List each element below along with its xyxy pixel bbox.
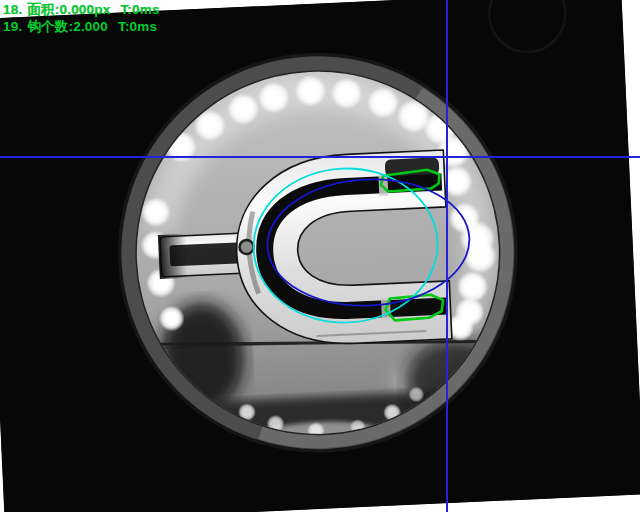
camera-scene — [0, 0, 640, 512]
part-rivet — [239, 240, 254, 255]
camera-image — [0, 0, 640, 512]
vision-canvas[interactable]: 18.面积:0.000pxT:0ms 19.钩个数:2.000T:0ms — [0, 0, 640, 512]
readout-index: 18. — [3, 2, 22, 17]
